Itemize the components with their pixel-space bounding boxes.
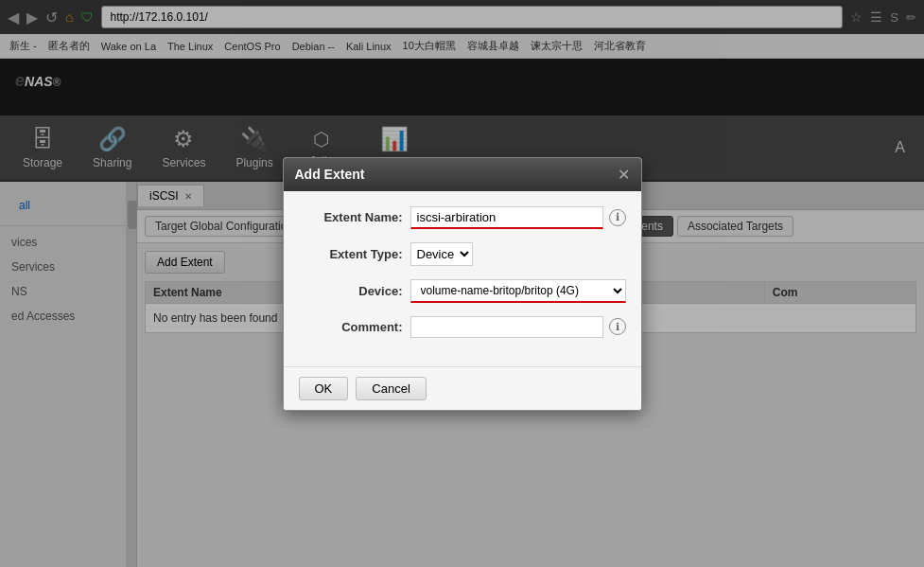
cancel-button[interactable]: Cancel	[356, 377, 426, 400]
dialog-footer: OK Cancel	[284, 366, 641, 410]
device-label: Device:	[299, 284, 403, 298]
form-row-extent-type: Extent Type: Device File	[299, 242, 626, 266]
comment-wrap: ℹ	[410, 316, 626, 338]
form-row-comment: Comment: ℹ	[299, 316, 626, 338]
ok-button[interactable]: OK	[299, 377, 349, 400]
extent-type-label: Extent Type:	[299, 247, 403, 261]
add-extent-dialog: Add Extent ✕ Extent Name: ℹ Extent Type:…	[283, 157, 642, 411]
modal-overlay: Add Extent ✕ Extent Name: ℹ Extent Type:…	[0, 0, 924, 567]
extent-name-info-icon[interactable]: ℹ	[609, 209, 626, 226]
extent-name-label: Extent Name:	[299, 210, 403, 224]
extent-type-select[interactable]: Device File	[410, 242, 473, 266]
extent-name-wrap: ℹ	[410, 206, 626, 229]
device-wrap: volume-name-britop/britop (4G)	[410, 279, 626, 303]
dialog-title: Add Extent	[295, 167, 365, 182]
form-row-extent-name: Extent Name: ℹ	[299, 206, 626, 229]
dialog-close-button[interactable]: ✕	[618, 166, 630, 184]
extent-name-input[interactable]	[410, 206, 603, 229]
dialog-header: Add Extent ✕	[284, 158, 641, 191]
dialog-body: Extent Name: ℹ Extent Type: Device File	[284, 191, 641, 366]
comment-info-icon[interactable]: ℹ	[609, 318, 626, 335]
comment-input[interactable]	[410, 316, 603, 338]
extent-type-wrap: Device File	[410, 242, 626, 266]
form-row-device: Device: volume-name-britop/britop (4G)	[299, 279, 626, 303]
device-select[interactable]: volume-name-britop/britop (4G)	[410, 279, 626, 303]
comment-label: Comment:	[299, 320, 403, 334]
